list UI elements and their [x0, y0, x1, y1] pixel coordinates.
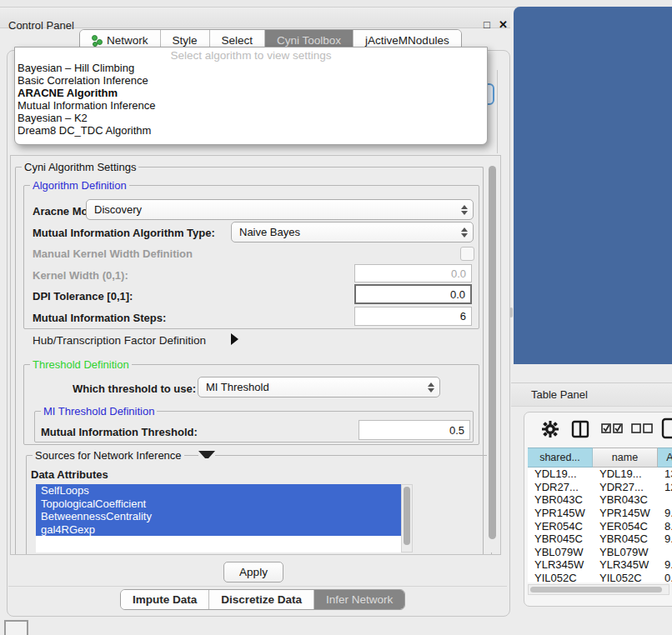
- table-cell: YDL19...: [593, 468, 658, 481]
- table-cell: YBR045C: [593, 532, 658, 546]
- table-body: YDL19...YDL19...13YDR27...YDR27...12YBR0…: [528, 468, 672, 582]
- attribute-item-topologicalcoefficient[interactable]: TopologicalCoefficient: [36, 498, 401, 511]
- manual-kernel-checkbox[interactable]: [460, 247, 474, 261]
- table-cell: 8.: [658, 519, 672, 532]
- table-cell: YLR345W: [528, 558, 593, 572]
- table-cell: YBR043C: [593, 493, 658, 507]
- attribute-item-gal4rgexp[interactable]: gal4RGexp: [36, 523, 401, 537]
- minimized-panel-box[interactable]: [4, 620, 28, 635]
- which-threshold-label: Which threshold to use:: [73, 382, 196, 395]
- data-attributes-label: Data Attributes: [31, 468, 108, 481]
- split-columns-icon[interactable]: [571, 420, 589, 438]
- spinner-arrows-icon: [426, 381, 436, 394]
- table-row[interactable]: YPR145WYPR145W9.: [528, 507, 672, 520]
- control-panel-title: Control Panel: [8, 19, 74, 32]
- table-hscrollbar-thumb[interactable]: [530, 587, 662, 592]
- algorithm-item-basic-correlation-inference[interactable]: Basic Correlation Inference: [18, 74, 484, 87]
- column-header-name[interactable]: name: [593, 448, 658, 468]
- algorithm-item-dream8-dc-tdc-algorithm[interactable]: Dream8 DC_TDC Algorithm: [18, 124, 484, 137]
- float-window-icon[interactable]: □: [484, 18, 490, 31]
- tab-label: Network: [107, 34, 148, 47]
- mi-type-value: Naive Bayes: [239, 226, 300, 238]
- table-cell: YBL079W: [593, 546, 658, 559]
- algorithm-item-aracne-algorithm[interactable]: ARACNE Algorithm: [18, 87, 484, 99]
- panel-divider: [8, 586, 507, 587]
- threshold-definition-title: Threshold Definition: [30, 358, 132, 371]
- attribute-item-betweennesscentrality[interactable]: BetweennessCentrality: [36, 510, 401, 523]
- hidden-panel-border: [497, 70, 498, 153]
- table-cell: 13: [658, 468, 672, 481]
- sources-group-title: Sources for Network Inference: [33, 449, 184, 462]
- table-horizontal-scrollbar[interactable]: [528, 584, 669, 595]
- table-row[interactable]: YLR345WYLR345W9.: [528, 558, 672, 572]
- algorithm-item-bayesian-k2[interactable]: Bayesian – K2: [18, 112, 484, 124]
- cyni-algorithm-settings-title: Cyni Algorithm Settings: [22, 161, 138, 173]
- column-header-shared[interactable]: shared...: [528, 448, 593, 468]
- table-cell: YLR345W: [593, 558, 658, 572]
- table-header-row: shared...nameA: [528, 448, 672, 468]
- table-cell: YDL19...: [528, 468, 593, 481]
- dpi-tolerance-label: DPI Tolerance [0,1]:: [33, 290, 133, 302]
- close-panel-icon[interactable]: ✕: [499, 18, 508, 31]
- table-row[interactable]: YIL052CYIL052C0.: [528, 572, 672, 582]
- table-panel-title: Table Panel: [531, 388, 588, 401]
- gear-icon[interactable]: [541, 420, 559, 438]
- tab-discretize-data[interactable]: Discretize Data: [209, 590, 314, 609]
- deselect-all-checkboxes-icon[interactable]: [631, 422, 653, 434]
- table-row[interactable]: YDR27...YDR27...12: [528, 481, 672, 494]
- tab-label: Select: [222, 34, 253, 47]
- table-row[interactable]: YER054CYER054C8.: [528, 519, 672, 532]
- manual-kernel-label: Manual Kernel Width Definition: [33, 248, 193, 260]
- table-row[interactable]: YBL079WYBL079W: [528, 546, 672, 559]
- table-panel-titlebar: Table Panel: [511, 382, 672, 407]
- table-cell: 9.: [658, 558, 672, 572]
- table-row[interactable]: YDL19...YDL19...13: [528, 468, 672, 481]
- attributes-scrollbar-thumb[interactable]: [404, 487, 410, 545]
- apply-button[interactable]: Apply: [223, 562, 283, 582]
- algorithm-item-bayesian-hill-climbing[interactable]: Bayesian – Hill Climbing: [18, 62, 484, 74]
- column-header-a[interactable]: A: [658, 448, 672, 468]
- spinner-arrows-icon: [459, 226, 469, 239]
- algorithm-item-mutual-information-inference[interactable]: Mutual Information Inference: [18, 99, 484, 112]
- table-cell: YDR27...: [593, 481, 658, 494]
- which-threshold-combo[interactable]: MI Threshold: [198, 377, 440, 398]
- settings-scrollbar[interactable]: [487, 158, 499, 552]
- select-all-checkboxes-icon[interactable]: [601, 422, 623, 434]
- table-cell: YIL052C: [593, 572, 658, 582]
- hub-definition-label: Hub/Transcription Factor Definition: [33, 334, 206, 347]
- mi-threshold-group-title: MI Threshold Definition: [41, 405, 157, 418]
- table-cell: YIL052C: [528, 572, 593, 582]
- panel-resize-grip[interactable]: [509, 308, 513, 318]
- data-attributes-list[interactable]: SelfLoopsTopologicalCoefficientBetweenne…: [36, 484, 401, 552]
- aracne-mode-combo[interactable]: Discovery: [86, 199, 474, 220]
- expand-right-icon[interactable]: [231, 333, 238, 345]
- table-cell: YPR145W: [528, 507, 593, 520]
- table-cell: 9.: [658, 532, 672, 546]
- table-cell: YDR27...: [528, 481, 593, 494]
- attribute-item-selfloops[interactable]: SelfLoops: [36, 484, 401, 498]
- node-table[interactable]: shared...nameA YDL19...YDL19...13YDR27..…: [528, 448, 672, 582]
- network-icon: [92, 35, 103, 46]
- attributes-scrollbar[interactable]: [401, 484, 413, 552]
- table-cell: [658, 546, 672, 559]
- mi-threshold-field[interactable]: 0.5: [359, 420, 470, 440]
- table-cell: YER054C: [593, 519, 658, 532]
- mi-type-label: Mutual Information Algorithm Type:: [33, 227, 215, 239]
- algorithm-definition-title: Algorithm Definition: [30, 179, 129, 192]
- export-table-icon[interactable]: [661, 418, 672, 439]
- table-row[interactable]: YBR043CYBR043C: [528, 493, 672, 507]
- kernel-width-field[interactable]: 0.0: [354, 264, 472, 282]
- collapse-down-icon[interactable]: [198, 451, 215, 458]
- table-cell: YER054C: [528, 519, 593, 532]
- network-view-window: [514, 7, 672, 364]
- dropdown-placeholder: Select algorithm to view settings: [15, 49, 487, 62]
- tab-impute-data[interactable]: Impute Data: [121, 590, 209, 609]
- mi-type-combo[interactable]: Naive Bayes: [231, 222, 474, 242]
- mi-steps-field[interactable]: 6: [354, 307, 472, 326]
- mi-steps-label: Mutual Information Steps:: [33, 312, 166, 324]
- dpi-tolerance-field[interactable]: 0.0: [354, 284, 472, 304]
- table-row[interactable]: YBR045CYBR045C9.: [528, 532, 672, 546]
- tab-infer-network[interactable]: Infer Network: [314, 590, 404, 609]
- table-cell: 9.: [658, 507, 672, 520]
- settings-scrollbar-thumb[interactable]: [489, 166, 496, 539]
